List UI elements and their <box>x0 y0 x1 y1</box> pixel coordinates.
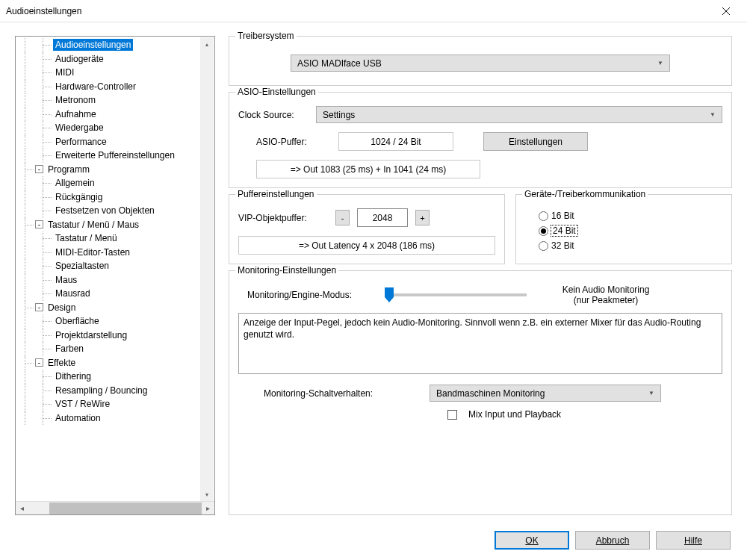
driver-select-value: ASIO MADIface USB <box>297 58 382 69</box>
collapse-icon[interactable]: - <box>35 165 43 173</box>
group-legend: Geräte-/Treiberkommunikation <box>522 189 648 199</box>
tree-item[interactable]: -Effekte <box>16 356 214 370</box>
tree-item[interactable]: Farben <box>16 342 214 356</box>
tree-item[interactable]: Festsetzen von Objekten <box>16 204 214 218</box>
tree-item[interactable]: Maus <box>16 273 214 287</box>
monitoring-switch-select[interactable]: Bandmaschinen Monitoring ▼ <box>430 385 661 402</box>
tree-item[interactable]: Projektdarstellung <box>16 329 214 343</box>
tree-item-label: Mausrad <box>53 287 93 299</box>
buffer-decrease-button[interactable]: - <box>335 210 350 225</box>
slider-thumb-icon[interactable] <box>385 287 394 302</box>
tree-item[interactable]: Automation <box>16 411 214 426</box>
tree-item-label: Tastatur / Menü <box>53 232 120 244</box>
chevron-down-icon: ▼ <box>657 60 663 66</box>
tree-item[interactable]: -Tastatur / Menü / Maus <box>16 218 214 232</box>
buffer-increase-button[interactable]: + <box>415 210 430 225</box>
close-button[interactable] <box>711 1 741 22</box>
tree-item[interactable]: Mausrad <box>16 287 214 301</box>
tree-item-label: Resampling / Bouncing <box>53 385 149 396</box>
tree-item[interactable]: Allgemein <box>16 176 214 190</box>
asio-settings-group: ASIO-Einstellungen Clock Source: Setting… <box>229 92 732 188</box>
monitoring-mode-slider[interactable] <box>385 293 527 296</box>
window-title: Audioeinstellungen <box>6 6 81 16</box>
tree-item[interactable]: VST / ReWire <box>16 397 214 411</box>
help-button[interactable]: Hilfe <box>656 531 731 550</box>
buffer-settings-group: Puffereinstellungen VIP-Objektpuffer: - … <box>229 194 505 264</box>
nav-tree[interactable]: AudioeinstellungenAudiogeräteMIDIHardwar… <box>15 36 215 515</box>
tree-item[interactable]: Spezialtasten <box>16 259 214 273</box>
scroll-down-arrow-icon[interactable]: ▾ <box>200 488 214 501</box>
tree-item-label: Automation <box>53 412 103 424</box>
driver-select[interactable]: ASIO MADIface USB ▼ <box>291 55 670 72</box>
monitoring-mode-text2: (nur Peakmeter) <box>539 295 673 305</box>
radio-icon <box>539 241 548 251</box>
mix-input-label: Mix Input und Playback <box>468 409 561 420</box>
close-icon <box>722 7 730 15</box>
tree-item[interactable]: Metronom <box>16 93 214 108</box>
ok-button[interactable]: OK <box>495 531 569 550</box>
tree-item[interactable]: MIDI-Editor-Tasten <box>16 246 214 260</box>
tree-item[interactable]: Tastatur / Menü <box>16 231 214 246</box>
tree-item[interactable]: -Programm <box>16 163 214 177</box>
tree-item[interactable]: Oberfläche <box>16 314 214 329</box>
tree-item-label: Audioeinstellungen <box>53 39 133 51</box>
tree-horizontal-scrollbar[interactable]: ◂ ▸ <box>16 501 214 514</box>
tree-item[interactable]: Performance <box>16 135 214 149</box>
tree-item[interactable]: Erweiterte Puffereinstellungen <box>16 149 214 163</box>
collapse-icon[interactable]: - <box>35 220 43 228</box>
tree-item[interactable]: Audioeinstellungen <box>16 38 214 52</box>
tree-item-label: Allgemein <box>53 177 97 189</box>
tree-item[interactable]: Dithering <box>16 370 214 384</box>
group-legend: Treibersystem <box>235 31 297 41</box>
tree-item-label: Tastatur / Menü / Maus <box>46 219 141 231</box>
tree-item[interactable]: MIDI <box>16 66 214 80</box>
bit-24-label: 24 Bit <box>551 225 577 236</box>
device-communication-group: Geräte-/Treiberkommunikation 16 Bit 24 B… <box>515 194 732 264</box>
bit-16-radio[interactable]: 16 Bit <box>525 208 722 223</box>
tree-item[interactable]: Hardware-Controller <box>16 80 214 94</box>
dialog-footer: OK Abbruch Hilfe <box>495 531 731 550</box>
tree-item[interactable]: Rückgängig <box>16 190 214 205</box>
tree-item-label: Oberfläche <box>53 315 102 327</box>
titlebar: Audioeinstellungen <box>0 0 747 22</box>
monitoring-mode-text1: Kein Audio Monitoring <box>539 284 673 295</box>
monitoring-mode-label: Monitoring/Engine-Modus: <box>238 290 373 300</box>
tree-item-label: Wiedergabe <box>53 122 106 134</box>
scroll-thumb[interactable] <box>49 503 201 514</box>
collapse-icon[interactable]: - <box>35 358 43 367</box>
tree-item-label: Farben <box>53 343 86 355</box>
monitoring-switch-label: Monitoring-Schaltverhalten: <box>238 388 422 399</box>
buffer-latency-display: => Out Latency 4 x 2048 (186 ms) <box>238 236 495 255</box>
scroll-up-arrow-icon[interactable]: ▴ <box>200 37 214 51</box>
group-legend: Puffereinstellungen <box>235 189 317 199</box>
cancel-button[interactable]: Abbruch <box>575 531 650 550</box>
collapse-icon[interactable]: - <box>35 303 43 311</box>
tree-item[interactable]: Wiedergabe <box>16 121 214 135</box>
clock-source-select[interactable]: Settings ▼ <box>316 106 722 123</box>
bit-16-label: 16 Bit <box>551 211 574 221</box>
driver-system-group: Treibersystem ASIO MADIface USB ▼ <box>229 36 732 86</box>
tree-item[interactable]: Resampling / Bouncing <box>16 384 214 398</box>
tree-item-label: VST / ReWire <box>53 398 112 410</box>
tree-item-label: Design <box>46 302 78 314</box>
tree-item-label: Festsetzen von Objekten <box>53 205 157 217</box>
radio-icon <box>539 211 548 221</box>
monitoring-description: Anzeige der Input-Pegel, jedoch kein Aud… <box>238 313 722 374</box>
mix-input-checkbox[interactable] <box>447 410 457 420</box>
tree-item-label: Maus <box>53 274 79 286</box>
scroll-left-arrow-icon[interactable]: ◂ <box>16 502 28 515</box>
vip-buffer-value[interactable]: 2048 <box>357 208 408 227</box>
asio-settings-button[interactable]: Einstellungen <box>483 132 588 151</box>
bit-32-radio[interactable]: 32 Bit <box>525 238 722 253</box>
bit-24-radio[interactable]: 24 Bit <box>525 223 722 238</box>
tree-item-label: Spezialtasten <box>53 260 111 272</box>
scroll-right-arrow-icon[interactable]: ▸ <box>202 502 214 515</box>
tree-item[interactable]: Aufnahme <box>16 108 214 122</box>
clock-source-value: Settings <box>323 110 355 120</box>
tree-item-label: Hardware-Controller <box>53 81 138 93</box>
group-legend: Monitoring-Einstellungen <box>235 265 338 276</box>
tree-item[interactable]: Audiogeräte <box>16 52 214 66</box>
tree-item[interactable]: -Design <box>16 301 214 315</box>
tree-vertical-scrollbar[interactable]: ▴ ▾ <box>200 37 214 501</box>
asio-buffer-value: 1024 / 24 Bit <box>338 132 453 151</box>
